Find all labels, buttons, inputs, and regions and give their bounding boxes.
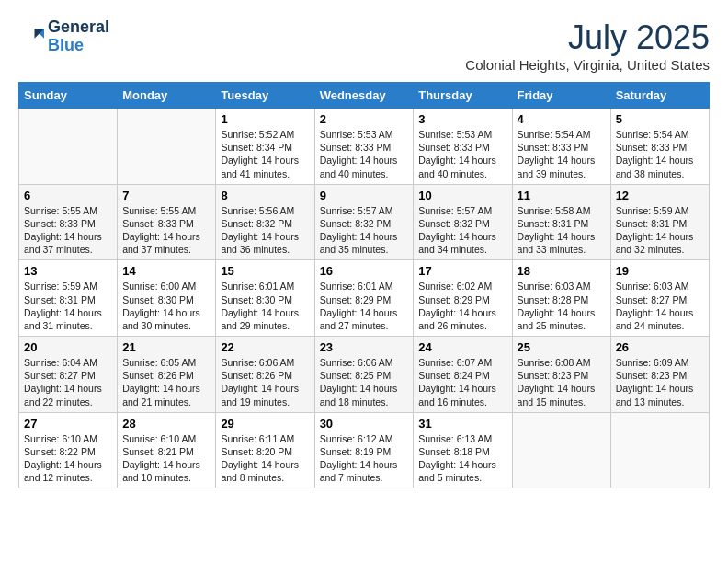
calendar-cell: 19Sunrise: 6:03 AM Sunset: 8:27 PM Dayli… [610, 260, 709, 337]
day-number: 22 [221, 340, 309, 354]
month-title: July 2025 [465, 18, 710, 57]
calendar-cell: 12Sunrise: 5:59 AM Sunset: 8:31 PM Dayli… [610, 184, 709, 260]
day-number: 27 [24, 417, 112, 431]
calendar-cell: 20Sunrise: 6:04 AM Sunset: 8:27 PM Dayli… [19, 337, 118, 413]
day-number: 6 [24, 189, 112, 202]
day-number: 9 [320, 189, 409, 202]
day-number: 15 [221, 264, 309, 278]
calendar-cell: 29Sunrise: 6:11 AM Sunset: 8:20 PM Dayli… [216, 412, 314, 488]
day-info: Sunrise: 5:53 AM Sunset: 8:33 PM Dayligh… [418, 128, 506, 180]
day-info: Sunrise: 5:52 AM Sunset: 8:34 PM Dayligh… [221, 128, 309, 180]
header-cell-monday: Monday [118, 83, 216, 109]
calendar-cell: 6Sunrise: 5:55 AM Sunset: 8:33 PM Daylig… [19, 184, 118, 260]
calendar-cell: 5Sunrise: 5:54 AM Sunset: 8:33 PM Daylig… [610, 109, 709, 185]
logo-text-general: General [48, 18, 109, 37]
header: General Blue July 2025 Colonial Heights,… [18, 18, 710, 73]
header-cell-sunday: Sunday [19, 83, 118, 109]
day-info: Sunrise: 6:08 AM Sunset: 8:23 PM Dayligh… [518, 356, 606, 408]
day-number: 1 [221, 112, 309, 126]
calendar-cell: 31Sunrise: 6:13 AM Sunset: 8:18 PM Dayli… [414, 412, 512, 488]
calendar-cell: 8Sunrise: 5:56 AM Sunset: 8:32 PM Daylig… [216, 184, 314, 260]
day-number: 31 [418, 417, 506, 431]
day-number: 29 [221, 417, 309, 431]
calendar-cell: 28Sunrise: 6:10 AM Sunset: 8:21 PM Dayli… [118, 412, 216, 488]
calendar-cell: 30Sunrise: 6:12 AM Sunset: 8:19 PM Dayli… [314, 412, 414, 488]
day-info: Sunrise: 6:06 AM Sunset: 8:26 PM Dayligh… [221, 356, 309, 408]
day-info: Sunrise: 5:57 AM Sunset: 8:32 PM Dayligh… [418, 204, 506, 257]
calendar-cell: 2Sunrise: 5:53 AM Sunset: 8:33 PM Daylig… [314, 109, 414, 185]
calendar-cell: 23Sunrise: 6:06 AM Sunset: 8:25 PM Dayli… [314, 337, 414, 413]
calendar-cell [512, 412, 610, 488]
calendar-cell: 14Sunrise: 6:00 AM Sunset: 8:30 PM Dayli… [118, 260, 216, 337]
day-info: Sunrise: 6:03 AM Sunset: 8:27 PM Dayligh… [616, 280, 704, 332]
day-number: 28 [122, 417, 210, 431]
day-number: 17 [418, 264, 506, 278]
calendar-cell: 13Sunrise: 5:59 AM Sunset: 8:31 PM Dayli… [19, 260, 118, 337]
day-number: 7 [122, 189, 210, 202]
day-info: Sunrise: 6:09 AM Sunset: 8:23 PM Dayligh… [616, 356, 704, 408]
location-text: Colonial Heights, Virginia, United State… [465, 57, 710, 73]
calendar-cell: 26Sunrise: 6:09 AM Sunset: 8:23 PM Dayli… [610, 337, 709, 413]
calendar-cell [118, 109, 216, 185]
calendar-cell: 17Sunrise: 6:02 AM Sunset: 8:29 PM Dayli… [414, 260, 512, 337]
calendar-cell: 18Sunrise: 6:03 AM Sunset: 8:28 PM Dayli… [512, 260, 610, 337]
calendar-cell: 1Sunrise: 5:52 AM Sunset: 8:34 PM Daylig… [216, 109, 314, 185]
day-number: 23 [320, 340, 409, 354]
header-cell-wednesday: Wednesday [314, 83, 414, 109]
day-info: Sunrise: 5:54 AM Sunset: 8:33 PM Dayligh… [518, 128, 606, 180]
day-info: Sunrise: 6:11 AM Sunset: 8:20 PM Dayligh… [221, 432, 309, 485]
day-info: Sunrise: 5:59 AM Sunset: 8:31 PM Dayligh… [616, 204, 704, 257]
day-info: Sunrise: 6:12 AM Sunset: 8:19 PM Dayligh… [320, 432, 409, 485]
title-area: July 2025 Colonial Heights, Virginia, Un… [465, 18, 710, 73]
logo-text-blue: Blue [48, 37, 109, 55]
day-number: 30 [320, 417, 409, 431]
day-info: Sunrise: 6:13 AM Sunset: 8:18 PM Dayligh… [418, 432, 506, 485]
day-info: Sunrise: 5:53 AM Sunset: 8:33 PM Dayligh… [320, 128, 409, 180]
day-info: Sunrise: 5:54 AM Sunset: 8:33 PM Dayligh… [616, 128, 704, 180]
day-info: Sunrise: 6:01 AM Sunset: 8:30 PM Dayligh… [221, 280, 309, 332]
calendar-cell: 15Sunrise: 6:01 AM Sunset: 8:30 PM Dayli… [216, 260, 314, 337]
day-info: Sunrise: 5:57 AM Sunset: 8:32 PM Dayligh… [320, 204, 409, 257]
day-number: 13 [24, 264, 112, 278]
calendar-header-row: SundayMondayTuesdayWednesdayThursdayFrid… [19, 83, 710, 109]
svg-rect-0 [18, 24, 44, 50]
day-number: 14 [122, 264, 210, 278]
logo: General Blue [18, 18, 109, 55]
calendar-cell: 22Sunrise: 6:06 AM Sunset: 8:26 PM Dayli… [216, 337, 314, 413]
day-info: Sunrise: 6:07 AM Sunset: 8:24 PM Dayligh… [418, 356, 506, 408]
day-number: 18 [518, 264, 606, 278]
day-number: 4 [518, 112, 606, 126]
calendar-cell: 11Sunrise: 5:58 AM Sunset: 8:31 PM Dayli… [512, 184, 610, 260]
day-number: 12 [616, 189, 704, 202]
calendar-body: 1Sunrise: 5:52 AM Sunset: 8:34 PM Daylig… [19, 109, 710, 488]
calendar-cell: 24Sunrise: 6:07 AM Sunset: 8:24 PM Dayli… [414, 337, 512, 413]
day-info: Sunrise: 5:58 AM Sunset: 8:31 PM Dayligh… [518, 204, 606, 257]
day-number: 2 [320, 112, 409, 126]
day-info: Sunrise: 6:02 AM Sunset: 8:29 PM Dayligh… [418, 280, 506, 332]
calendar-week-row: 1Sunrise: 5:52 AM Sunset: 8:34 PM Daylig… [19, 109, 710, 185]
day-number: 8 [221, 189, 309, 202]
day-info: Sunrise: 5:59 AM Sunset: 8:31 PM Dayligh… [24, 280, 112, 332]
header-cell-saturday: Saturday [610, 83, 709, 109]
day-info: Sunrise: 6:05 AM Sunset: 8:26 PM Dayligh… [122, 356, 210, 408]
calendar-week-row: 20Sunrise: 6:04 AM Sunset: 8:27 PM Dayli… [19, 337, 710, 413]
day-info: Sunrise: 6:10 AM Sunset: 8:22 PM Dayligh… [24, 432, 112, 485]
day-number: 26 [616, 340, 704, 354]
calendar-cell: 9Sunrise: 5:57 AM Sunset: 8:32 PM Daylig… [314, 184, 414, 260]
day-info: Sunrise: 6:04 AM Sunset: 8:27 PM Dayligh… [24, 356, 112, 408]
header-cell-tuesday: Tuesday [216, 83, 314, 109]
day-info: Sunrise: 6:03 AM Sunset: 8:28 PM Dayligh… [518, 280, 606, 332]
day-number: 16 [320, 264, 409, 278]
header-cell-friday: Friday [512, 83, 610, 109]
day-number: 21 [122, 340, 210, 354]
day-number: 11 [518, 189, 606, 202]
day-number: 20 [24, 340, 112, 354]
day-number: 25 [518, 340, 606, 354]
calendar-cell [19, 109, 118, 185]
calendar-week-row: 13Sunrise: 5:59 AM Sunset: 8:31 PM Dayli… [19, 260, 710, 337]
day-number: 19 [616, 264, 704, 278]
day-info: Sunrise: 5:55 AM Sunset: 8:33 PM Dayligh… [122, 204, 210, 257]
day-number: 5 [616, 112, 704, 126]
day-number: 24 [418, 340, 506, 354]
day-number: 3 [418, 112, 506, 126]
